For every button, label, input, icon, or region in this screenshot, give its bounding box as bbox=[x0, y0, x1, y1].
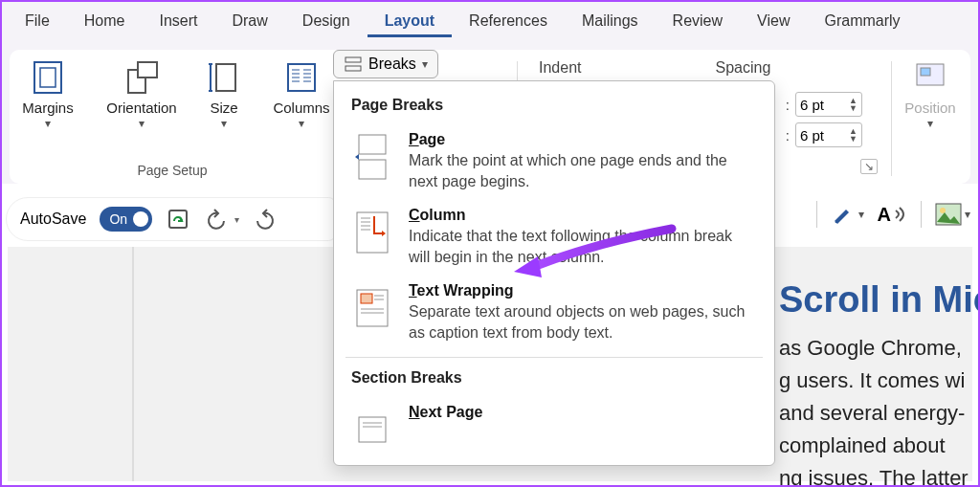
columns-icon bbox=[281, 57, 322, 98]
chevron-down-icon: ▾ bbox=[927, 118, 933, 129]
position-button[interactable]: Position ▾ bbox=[902, 57, 959, 129]
menu-heading-section-breaks: Section Breaks bbox=[334, 364, 774, 396]
autosave-toggle[interactable]: On bbox=[100, 207, 152, 232]
redo-button[interactable] bbox=[253, 207, 278, 232]
columns-label: Columns bbox=[273, 100, 329, 116]
sound-icon bbox=[894, 205, 907, 224]
breaks-icon bbox=[344, 55, 363, 74]
text-wrapping-title: Text Wrapping bbox=[409, 282, 757, 299]
tab-layout[interactable]: Layout bbox=[368, 5, 452, 37]
tab-view[interactable]: View bbox=[740, 5, 807, 37]
chevron-down-icon: ▾ bbox=[221, 118, 227, 129]
margins-button[interactable]: Margins ▾ bbox=[10, 57, 86, 129]
chevron-down-icon: ▾ bbox=[45, 118, 51, 129]
spacing-before-input[interactable]: 6 pt ▲▼ bbox=[795, 92, 862, 117]
margins-label: Margins bbox=[22, 100, 73, 116]
breaks-dropdown-button[interactable]: Breaks ▾ bbox=[333, 50, 438, 78]
tab-mailings[interactable]: Mailings bbox=[565, 5, 656, 37]
chevron-down-icon: ▾ bbox=[422, 58, 428, 70]
quick-access-toolbar: AutoSave On ▾ bbox=[6, 197, 336, 241]
pen-icon bbox=[831, 202, 856, 227]
breaks-menu: Page Breaks Page Mark the point at which… bbox=[333, 80, 775, 466]
group-arrange: Position ▾ bbox=[900, 57, 961, 180]
position-label: Position bbox=[904, 100, 955, 116]
group-page-setup: Margins ▾ Orientation ▾ Size ▾ bbox=[19, 57, 325, 180]
picture-button[interactable]: ▾ bbox=[935, 203, 970, 226]
menu-item-page-break[interactable]: Page Mark the point at which one page en… bbox=[334, 123, 774, 199]
tab-review[interactable]: Review bbox=[656, 5, 740, 37]
document-heading: Scroll in Mic bbox=[779, 279, 980, 321]
orientation-label: Orientation bbox=[106, 100, 176, 116]
column-break-desc: Indicate that the text following the col… bbox=[409, 226, 757, 267]
tab-insert[interactable]: Insert bbox=[142, 5, 214, 37]
right-toolbar: ▾ A ▾ bbox=[816, 201, 970, 228]
tab-file[interactable]: File bbox=[8, 5, 67, 37]
column-break-icon bbox=[351, 207, 393, 258]
orientation-button[interactable]: Orientation ▾ bbox=[103, 57, 180, 129]
svg-rect-18 bbox=[345, 66, 361, 71]
menu-heading-page-breaks: Page Breaks bbox=[334, 91, 774, 123]
spacing-before-value: 6 pt bbox=[800, 97, 824, 113]
tab-home[interactable]: Home bbox=[67, 5, 143, 37]
autosave-label: AutoSave bbox=[20, 210, 86, 228]
svg-rect-0 bbox=[34, 62, 61, 93]
svg-rect-38 bbox=[169, 210, 187, 228]
spacing-after-value: 6 pt bbox=[800, 127, 824, 144]
tab-references[interactable]: References bbox=[452, 5, 565, 37]
spacing-heading: Spacing bbox=[715, 59, 770, 77]
page-setup-caption: Page Setup bbox=[19, 163, 325, 178]
svg-rect-17 bbox=[345, 57, 361, 62]
orientation-icon bbox=[122, 57, 162, 98]
next-page-title: Next Page bbox=[409, 404, 757, 421]
svg-point-40 bbox=[940, 208, 946, 213]
ribbon: Margins ▾ Orientation ▾ Size ▾ bbox=[2, 40, 978, 184]
undo-button[interactable] bbox=[204, 207, 229, 232]
tab-grammarly[interactable]: Grammarly bbox=[807, 5, 917, 37]
svg-rect-35 bbox=[359, 417, 386, 442]
editor-button[interactable]: ▾ bbox=[831, 202, 864, 227]
size-icon bbox=[204, 57, 244, 98]
menu-item-text-wrapping-break[interactable]: Text Wrapping Separate text around objec… bbox=[334, 275, 774, 350]
toggle-knob bbox=[133, 211, 148, 227]
spacing-after-input[interactable]: 6 pt ▲▼ bbox=[795, 122, 862, 147]
save-sync-icon[interactable] bbox=[166, 207, 190, 232]
page-break-title: Page bbox=[409, 131, 757, 148]
size-label: Size bbox=[210, 100, 237, 116]
text-wrapping-desc: Separate text around objects on web page… bbox=[409, 301, 757, 343]
tab-design[interactable]: Design bbox=[285, 5, 368, 37]
tab-draw[interactable]: Draw bbox=[214, 5, 284, 37]
document-body: as Google Chrome, g users. It comes wi a… bbox=[779, 332, 969, 487]
page-edge bbox=[132, 247, 134, 481]
chevron-down-icon: ▾ bbox=[139, 118, 145, 129]
position-icon bbox=[910, 57, 950, 98]
paragraph-dialog-launcher[interactable]: ↘ bbox=[860, 159, 878, 174]
text-wrapping-icon bbox=[351, 282, 393, 334]
svg-rect-1 bbox=[40, 68, 56, 87]
undo-chevron-icon[interactable]: ▾ bbox=[234, 214, 239, 225]
menu-item-next-page[interactable]: Next Page bbox=[334, 396, 774, 455]
page-break-icon bbox=[351, 131, 393, 183]
columns-button[interactable]: Columns ▾ bbox=[268, 57, 335, 129]
margins-icon bbox=[28, 57, 68, 98]
svg-rect-3 bbox=[138, 62, 157, 77]
picture-icon bbox=[935, 203, 962, 226]
ribbon-tabs: File Home Insert Draw Design Layout Refe… bbox=[2, 2, 978, 40]
svg-rect-21 bbox=[359, 135, 386, 154]
menu-item-column-break[interactable]: Column Indicate that the text following … bbox=[334, 199, 774, 275]
size-button[interactable]: Size ▾ bbox=[197, 57, 251, 129]
svg-rect-22 bbox=[359, 160, 386, 179]
column-break-title: Column bbox=[409, 207, 757, 224]
indent-heading: Indent bbox=[539, 59, 581, 77]
page-break-desc: Mark the point at which one page ends an… bbox=[409, 150, 757, 191]
autosave-toggle-label: On bbox=[109, 211, 127, 227]
breaks-label: Breaks bbox=[368, 55, 416, 73]
svg-rect-30 bbox=[361, 294, 372, 303]
svg-rect-20 bbox=[921, 68, 930, 76]
read-aloud-button[interactable]: A bbox=[878, 204, 907, 226]
svg-rect-4 bbox=[216, 64, 235, 91]
next-page-icon bbox=[351, 404, 393, 455]
chevron-down-icon: ▾ bbox=[299, 118, 304, 129]
